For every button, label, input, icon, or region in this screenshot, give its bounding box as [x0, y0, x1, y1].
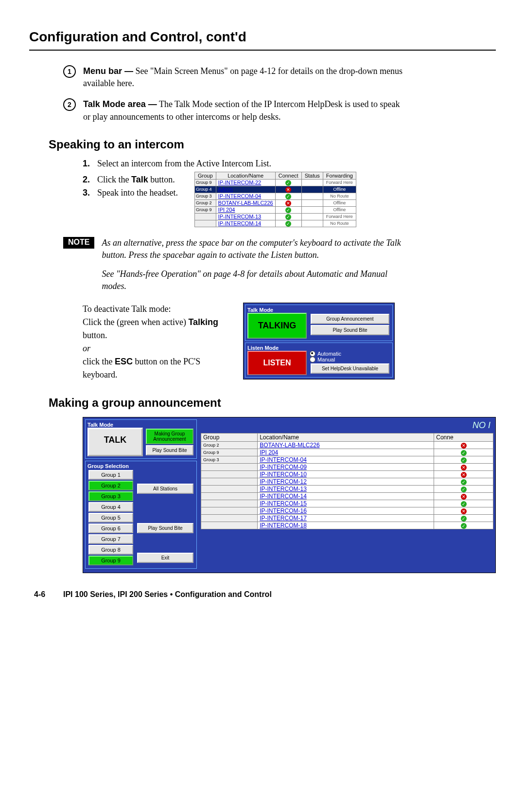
page-number: 4-6: [34, 590, 63, 599]
footer-text: IPI 100 Series, IPI 200 Series • Configu…: [63, 590, 272, 599]
table-row[interactable]: IP-INTERCOM-13 ✓ Forward Here: [195, 213, 356, 220]
circle-number: 2: [63, 98, 76, 111]
making-group-announcement-button[interactable]: Making Group Announcement: [146, 429, 193, 444]
automatic-radio[interactable]: Automatic: [310, 351, 390, 357]
table-row[interactable]: IP-INTERCOM-15 ✓: [201, 500, 493, 507]
active-intercom-list[interactable]: GroupLocation/NameConnectStatusForwardin…: [194, 172, 356, 227]
table-row[interactable]: IP-INTERCOM-18 ✓: [201, 522, 493, 529]
table-row[interactable]: Group 2BOTANY-LAB-MLC226 ✕ Offline: [195, 199, 356, 206]
set-helpdesk-button[interactable]: Set HelpDesk Unavailable: [311, 363, 389, 374]
talk-mode-panel: Talk Mode TALKING Group Announcement Pla…: [243, 303, 395, 379]
group-announcement-button[interactable]: Group Announcement: [311, 314, 389, 324]
table-row[interactable]: Group 4AAron ✕ Offline: [195, 186, 356, 193]
group-button[interactable]: Group 1: [88, 470, 133, 480]
group-button[interactable]: Group 7: [88, 534, 133, 544]
group-button[interactable]: Group 3: [88, 491, 133, 501]
table-row[interactable]: Group 2BOTANY-LAB-MLC226 ✕: [201, 441, 493, 449]
step: 3.Speak into the headset.: [83, 188, 180, 198]
no-label: NO I: [472, 420, 490, 431]
all-stations-button[interactable]: All Stations: [137, 484, 193, 494]
table-row[interactable]: Group 9IPI 204 ✓ Offline: [195, 206, 356, 213]
group-button[interactable]: Group 5: [88, 513, 133, 523]
table-row[interactable]: IP-INTERCOM-10 ✕: [201, 470, 493, 478]
note-text-2: See "Hands-free Operation" on page 4-8 f…: [102, 268, 413, 292]
heading-group-announcement: Making a group announcement: [49, 396, 496, 410]
step-1: 1. Select an intercom from the Active In…: [83, 159, 423, 169]
deact-line3: click the ESC button on the PC'S keyboar…: [83, 355, 228, 381]
table-row[interactable]: IP-INTERCOM-13 ✓: [201, 485, 493, 492]
group-button[interactable]: Group 6: [88, 523, 133, 533]
talking-button[interactable]: TALKING: [247, 313, 307, 339]
deact-or: or: [83, 342, 228, 355]
group-button[interactable]: Group 2: [88, 481, 133, 490]
manual-radio[interactable]: Manual: [310, 357, 390, 362]
heading-speaking: Speaking to an intercom: [49, 138, 496, 151]
deact-line1: To deactivate Talk mode:: [83, 303, 228, 316]
table-row[interactable]: IP-INTERCOM-16 ✕: [201, 507, 493, 514]
circle-number: 1: [63, 65, 76, 78]
table-row[interactable]: Group 9IP-INTERCOM-22 ✓ Forward Here: [195, 179, 356, 186]
table-row[interactable]: IP-INTERCOM-14 ✓ No Route: [195, 220, 356, 227]
table-row[interactable]: Group 3IP-INTERCOM-04 ✓ No Route: [195, 193, 356, 199]
numbered-item: 2 Talk Mode area — The Talk Mode section…: [63, 98, 403, 123]
play-sound-bite-button-2[interactable]: Play Sound Bite: [146, 445, 193, 455]
exit-button[interactable]: Exit: [137, 553, 193, 563]
note-badge: NOTE: [63, 237, 94, 249]
table-row[interactable]: IP-INTERCOM-12 ✓: [201, 478, 493, 485]
play-sound-bite-button-3[interactable]: Play Sound Bite: [137, 523, 193, 533]
note-text-1: As an alternative, press the space bar o…: [102, 237, 413, 261]
table-row[interactable]: Group 3IP-INTERCOM-04 ✓: [201, 456, 493, 463]
table-row[interactable]: IP-INTERCOM-17 ✓: [201, 514, 493, 522]
deact-line2: Click the (green when active) Talking bu…: [83, 316, 228, 342]
group-announcement-panel: Talk Mode TALK Making Group Announcement…: [83, 417, 496, 573]
group-button[interactable]: Group 4: [88, 502, 133, 512]
talk-button[interactable]: TALK: [88, 428, 143, 456]
ga-intercom-list[interactable]: GroupLocation/NameConne Group 2BOTANY-LA…: [201, 433, 493, 529]
play-sound-bite-button[interactable]: Play Sound Bite: [311, 325, 389, 335]
page-title: Configuration and Control, cont'd: [29, 29, 496, 45]
group-button[interactable]: Group 9: [88, 556, 133, 565]
table-row[interactable]: IP-INTERCOM-09 ✕: [201, 463, 493, 470]
numbered-item: 1 Menu bar — See "Main Screen Menus" on …: [63, 65, 403, 90]
table-row[interactable]: Group 9IPI 204 ✓: [201, 449, 493, 456]
table-row[interactable]: IP-INTERCOM-14 ✕: [201, 492, 493, 500]
listen-button[interactable]: LISTEN: [247, 351, 307, 375]
group-button[interactable]: Group 8: [88, 545, 133, 555]
title-rule: [29, 50, 496, 51]
step: 2.Click the Talk button.: [83, 175, 180, 185]
